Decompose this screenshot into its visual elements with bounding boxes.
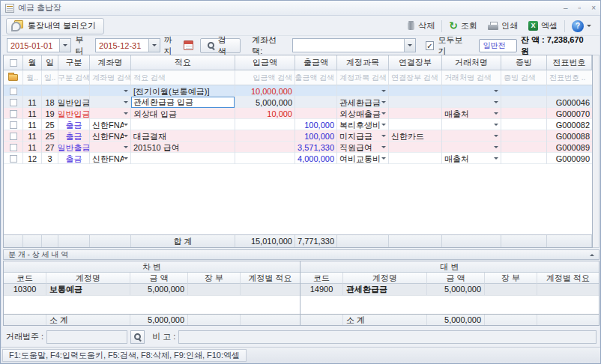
date-to-dropdown-icon[interactable] <box>148 39 160 52</box>
calendar-icon[interactable] <box>184 40 193 50</box>
filter-month[interactable]: 월.. <box>23 70 42 85</box>
toolbar-separator <box>564 20 565 32</box>
grid-total-row: 합 계 15,010,000 7,771,330 <box>4 234 592 247</box>
dropdown-icon[interactable] <box>381 146 386 151</box>
credit-data-row[interactable]: 14900 관세환급금 5,000,000 <box>300 284 599 296</box>
table-row[interactable]: 11 27 일반출금 201510 급여 3,571,330 직원급여 G000… <box>4 142 592 153</box>
filter-account[interactable]: 계좌명 검색 <box>90 70 131 85</box>
account-dropdown-icon[interactable] <box>404 39 415 52</box>
delete-button[interactable]: 삭제 <box>402 20 440 31</box>
print-button[interactable]: 인쇄 <box>483 20 523 31</box>
dropdown-icon[interactable] <box>124 112 128 117</box>
journal-section-title: 분 개 - 상 세 내 역 <box>8 249 68 260</box>
excel-icon: X <box>528 21 538 31</box>
dropdown-icon[interactable] <box>494 112 498 117</box>
minimize-button[interactable]: – <box>564 4 568 12</box>
dropdown-icon[interactable] <box>381 135 386 139</box>
dropdown-icon[interactable] <box>381 124 386 128</box>
col-header-voucher: 전표번호 <box>547 55 592 70</box>
table-row[interactable]: 11 19 일반입금 외상대 입금 10,000 외상매출금 매출처 G0000… <box>4 108 592 119</box>
inquiry-button[interactable]: ↻ 조회 <box>444 20 483 31</box>
dropdown-icon[interactable] <box>124 101 128 106</box>
excel-button[interactable]: X 엑셀 <box>523 20 563 31</box>
filter-type[interactable]: 구분 검색 <box>58 70 90 85</box>
col-header-day: 일 <box>42 55 58 70</box>
row-checkbox[interactable] <box>10 155 17 163</box>
row-checkbox[interactable] <box>10 133 17 140</box>
close-button[interactable]: × <box>591 4 596 12</box>
description-edit-cell[interactable]: 관세환급금 입금 <box>131 97 235 108</box>
col-header-evidence: 증빙 <box>501 55 547 70</box>
debit-table: 차 변 코드 계정명 금 액 장 부 계정별 적요 10300 보통예금 5,0… <box>3 261 300 326</box>
table-row[interactable]: 11 25 출금 신한FNA... 100,000 복리후생비 G000082 <box>4 119 592 130</box>
account-select[interactable] <box>292 38 416 52</box>
grid-filter-row: 월.. 일.. 구분 검색 계좌명 검색 적요 검색 입금액 검색 출금액 검색… <box>4 70 592 85</box>
account-select-label: 계좌선택: <box>252 34 286 57</box>
debit-data-row[interactable]: 10300 보통예금 5,000,000 <box>4 284 300 296</box>
from-label: 부터 <box>75 34 91 57</box>
dropdown-icon[interactable] <box>381 90 386 94</box>
dropdown-icon[interactable] <box>381 112 386 117</box>
grid-empty-area <box>4 164 592 234</box>
filter-subject[interactable]: 계정과목 검색 <box>337 70 389 85</box>
dropdown-icon[interactable] <box>124 157 128 162</box>
note-label: 비 고 : <box>152 331 175 342</box>
app-icon <box>5 4 14 13</box>
dropdown-icon[interactable] <box>494 90 498 94</box>
filter-ledger[interactable]: 연결장부 검색 <box>389 70 442 85</box>
grid-scrollbar[interactable] <box>593 55 600 248</box>
category-input[interactable] <box>46 330 127 344</box>
dropdown-icon[interactable] <box>494 157 498 162</box>
row-checkbox[interactable] <box>10 110 17 118</box>
dropdown-icon[interactable] <box>124 146 128 151</box>
view-all-checkbox[interactable]: ✓ <box>426 41 435 50</box>
row-checkbox[interactable] <box>10 88 17 95</box>
general-voucher-button[interactable]: 일반전표 <box>479 39 517 52</box>
date-from-dropdown-icon[interactable] <box>59 39 70 52</box>
filter-search-icon[interactable] <box>8 74 18 81</box>
table-row[interactable]: 11 25 출금 신한FNA... 대금결재 100,000 미지급금 신한카드… <box>4 130 592 142</box>
filter-deposit[interactable]: 입금액 검색 <box>235 70 295 85</box>
app-window: 예금 출납장 – ▫ × 통장내역 불러오기 삭제 ↻ 조회 인쇄 <box>0 0 601 364</box>
dropdown-icon[interactable] <box>124 124 128 128</box>
dropdown-icon[interactable] <box>124 135 128 139</box>
help-button[interactable]: ? <box>567 20 597 32</box>
credit-subtotal-row: 소 계 5,000,000 <box>300 314 599 325</box>
debit-title: 차 변 <box>4 261 300 273</box>
filter-day[interactable]: 일.. <box>42 70 58 85</box>
row-checkbox[interactable] <box>10 121 17 129</box>
category-search-button[interactable] <box>130 330 145 344</box>
table-row[interactable]: [전기이월(보통예금)] 10,000,000 <box>4 85 592 97</box>
function-key-help: F1:도움말, F4:입력도움키, F5:검색, F8:삭제, F9:인쇄, F… <box>2 349 247 362</box>
dropdown-icon[interactable] <box>494 146 498 151</box>
filter-voucher[interactable]: 전표번호 .. <box>547 70 592 85</box>
dropdown-icon[interactable] <box>494 135 498 139</box>
dropdown-icon[interactable] <box>381 157 386 162</box>
filter-description[interactable]: 적요 검색 <box>131 70 235 85</box>
note-input[interactable] <box>178 330 597 344</box>
dropdown-icon[interactable] <box>494 124 498 128</box>
dropdown-icon[interactable] <box>124 90 128 94</box>
load-bankbook-button[interactable]: 통장내역 불러오기 <box>6 18 104 34</box>
credit-title: 대 변 <box>300 261 599 273</box>
table-row[interactable]: 12 3 출금 신한FNA... 4,000,000 여비교통비 매출처 G00… <box>4 153 592 164</box>
collapse-icon[interactable] <box>590 252 594 256</box>
select-all-checkbox[interactable] <box>10 59 17 67</box>
date-to-picker[interactable]: 2015-12-31 <box>95 38 160 52</box>
row-checkbox[interactable] <box>10 144 17 151</box>
table-row[interactable]: 11 18 일반입금 관세환급금 입금 5,000,000 관세환급금 G000… <box>4 97 592 108</box>
filter-customer[interactable]: 거래처명 검색 <box>442 70 501 85</box>
maximize-button[interactable]: ▫ <box>579 4 582 12</box>
filter-withdraw[interactable]: 출금액 검색 <box>295 70 337 85</box>
date-from-picker[interactable]: 2015-01-01 <box>7 38 71 52</box>
row-checkbox[interactable] <box>10 99 17 106</box>
col-header-type: 구분 <box>58 55 90 70</box>
trash-icon <box>407 21 415 31</box>
journal-section-bar[interactable]: 분 개 - 상 세 내 역 <box>3 249 600 260</box>
search-button[interactable]: 검색 <box>200 38 241 53</box>
dropdown-icon[interactable] <box>381 101 386 106</box>
credit-table: 대 변 코드 계정명 금 액 장 부 계정별 적요 14900 관세환급금 5,… <box>300 261 600 326</box>
filter-evidence[interactable]: 증빙 검색 <box>501 70 547 85</box>
total-withdraw: 7,771,330 <box>295 235 337 247</box>
dropdown-icon[interactable] <box>494 101 498 106</box>
